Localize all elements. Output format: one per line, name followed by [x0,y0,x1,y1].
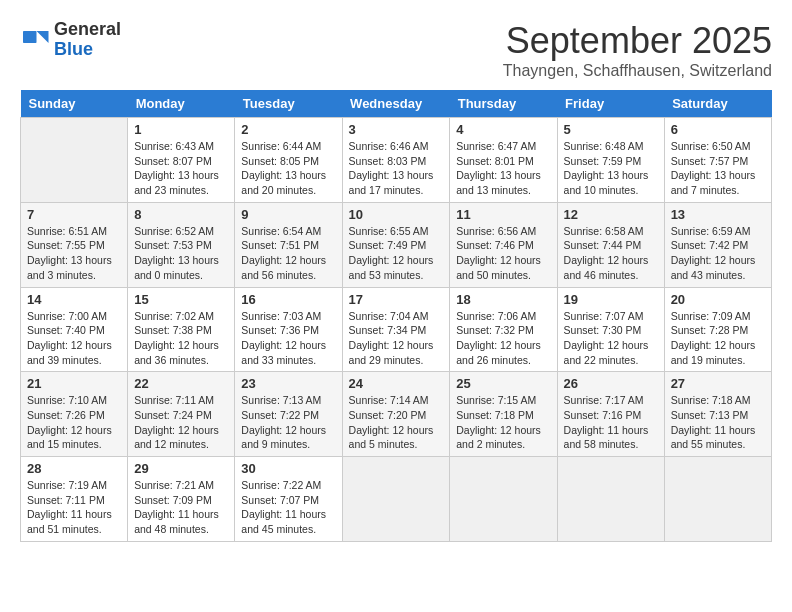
week-row-2: 14Sunrise: 7:00 AM Sunset: 7:40 PM Dayli… [21,287,772,372]
day-number: 11 [456,207,550,222]
day-number: 1 [134,122,228,137]
day-info: Sunrise: 7:03 AM Sunset: 7:36 PM Dayligh… [241,309,335,368]
day-cell: 16Sunrise: 7:03 AM Sunset: 7:36 PM Dayli… [235,287,342,372]
logo: General Blue [20,20,121,60]
day-cell [21,118,128,203]
day-info: Sunrise: 6:58 AM Sunset: 7:44 PM Dayligh… [564,224,658,283]
day-number: 3 [349,122,444,137]
header-cell-monday: Monday [128,90,235,118]
day-number: 6 [671,122,765,137]
logo-blue: Blue [54,39,93,59]
day-cell: 2Sunrise: 6:44 AM Sunset: 8:05 PM Daylig… [235,118,342,203]
day-cell: 19Sunrise: 7:07 AM Sunset: 7:30 PM Dayli… [557,287,664,372]
day-cell: 29Sunrise: 7:21 AM Sunset: 7:09 PM Dayli… [128,457,235,542]
day-cell: 4Sunrise: 6:47 AM Sunset: 8:01 PM Daylig… [450,118,557,203]
day-info: Sunrise: 7:13 AM Sunset: 7:22 PM Dayligh… [241,393,335,452]
header-row: SundayMondayTuesdayWednesdayThursdayFrid… [21,90,772,118]
day-number: 2 [241,122,335,137]
day-info: Sunrise: 6:47 AM Sunset: 8:01 PM Dayligh… [456,139,550,198]
day-cell: 6Sunrise: 6:50 AM Sunset: 7:57 PM Daylig… [664,118,771,203]
day-cell [450,457,557,542]
day-cell: 9Sunrise: 6:54 AM Sunset: 7:51 PM Daylig… [235,202,342,287]
day-info: Sunrise: 7:09 AM Sunset: 7:28 PM Dayligh… [671,309,765,368]
week-row-1: 7Sunrise: 6:51 AM Sunset: 7:55 PM Daylig… [21,202,772,287]
day-number: 15 [134,292,228,307]
day-info: Sunrise: 6:52 AM Sunset: 7:53 PM Dayligh… [134,224,228,283]
day-info: Sunrise: 7:06 AM Sunset: 7:32 PM Dayligh… [456,309,550,368]
day-info: Sunrise: 7:21 AM Sunset: 7:09 PM Dayligh… [134,478,228,537]
day-number: 5 [564,122,658,137]
header-cell-saturday: Saturday [664,90,771,118]
day-number: 24 [349,376,444,391]
day-cell: 13Sunrise: 6:59 AM Sunset: 7:42 PM Dayli… [664,202,771,287]
logo-general: General [54,19,121,39]
day-info: Sunrise: 7:07 AM Sunset: 7:30 PM Dayligh… [564,309,658,368]
day-cell: 17Sunrise: 7:04 AM Sunset: 7:34 PM Dayli… [342,287,450,372]
day-cell: 11Sunrise: 6:56 AM Sunset: 7:46 PM Dayli… [450,202,557,287]
day-number: 26 [564,376,658,391]
week-row-0: 1Sunrise: 6:43 AM Sunset: 8:07 PM Daylig… [21,118,772,203]
day-number: 25 [456,376,550,391]
day-info: Sunrise: 6:56 AM Sunset: 7:46 PM Dayligh… [456,224,550,283]
day-number: 13 [671,207,765,222]
day-cell: 12Sunrise: 6:58 AM Sunset: 7:44 PM Dayli… [557,202,664,287]
day-cell: 30Sunrise: 7:22 AM Sunset: 7:07 PM Dayli… [235,457,342,542]
day-number: 23 [241,376,335,391]
day-number: 22 [134,376,228,391]
day-info: Sunrise: 7:10 AM Sunset: 7:26 PM Dayligh… [27,393,121,452]
day-info: Sunrise: 7:19 AM Sunset: 7:11 PM Dayligh… [27,478,121,537]
day-number: 21 [27,376,121,391]
day-info: Sunrise: 6:43 AM Sunset: 8:07 PM Dayligh… [134,139,228,198]
header-cell-thursday: Thursday [450,90,557,118]
day-cell: 26Sunrise: 7:17 AM Sunset: 7:16 PM Dayli… [557,372,664,457]
day-info: Sunrise: 7:04 AM Sunset: 7:34 PM Dayligh… [349,309,444,368]
day-number: 4 [456,122,550,137]
day-info: Sunrise: 7:11 AM Sunset: 7:24 PM Dayligh… [134,393,228,452]
calendar-table: SundayMondayTuesdayWednesdayThursdayFrid… [20,90,772,542]
day-cell: 21Sunrise: 7:10 AM Sunset: 7:26 PM Dayli… [21,372,128,457]
day-info: Sunrise: 6:55 AM Sunset: 7:49 PM Dayligh… [349,224,444,283]
day-info: Sunrise: 7:15 AM Sunset: 7:18 PM Dayligh… [456,393,550,452]
day-info: Sunrise: 6:46 AM Sunset: 8:03 PM Dayligh… [349,139,444,198]
svg-rect-1 [23,31,37,43]
day-cell: 3Sunrise: 6:46 AM Sunset: 8:03 PM Daylig… [342,118,450,203]
day-number: 9 [241,207,335,222]
day-number: 10 [349,207,444,222]
day-number: 17 [349,292,444,307]
day-cell [557,457,664,542]
location: Thayngen, Schaffhausen, Switzerland [503,62,772,80]
day-number: 14 [27,292,121,307]
header-cell-wednesday: Wednesday [342,90,450,118]
day-cell: 18Sunrise: 7:06 AM Sunset: 7:32 PM Dayli… [450,287,557,372]
week-row-3: 21Sunrise: 7:10 AM Sunset: 7:26 PM Dayli… [21,372,772,457]
day-info: Sunrise: 6:50 AM Sunset: 7:57 PM Dayligh… [671,139,765,198]
day-info: Sunrise: 7:02 AM Sunset: 7:38 PM Dayligh… [134,309,228,368]
week-row-4: 28Sunrise: 7:19 AM Sunset: 7:11 PM Dayli… [21,457,772,542]
day-info: Sunrise: 7:18 AM Sunset: 7:13 PM Dayligh… [671,393,765,452]
day-number: 29 [134,461,228,476]
day-cell: 10Sunrise: 6:55 AM Sunset: 7:49 PM Dayli… [342,202,450,287]
day-cell: 8Sunrise: 6:52 AM Sunset: 7:53 PM Daylig… [128,202,235,287]
day-cell: 28Sunrise: 7:19 AM Sunset: 7:11 PM Dayli… [21,457,128,542]
day-cell: 27Sunrise: 7:18 AM Sunset: 7:13 PM Dayli… [664,372,771,457]
day-info: Sunrise: 7:17 AM Sunset: 7:16 PM Dayligh… [564,393,658,452]
day-info: Sunrise: 6:54 AM Sunset: 7:51 PM Dayligh… [241,224,335,283]
day-number: 12 [564,207,658,222]
header-cell-sunday: Sunday [21,90,128,118]
day-number: 16 [241,292,335,307]
page-header: General Blue September 2025 Thayngen, Sc… [20,20,772,80]
day-cell: 5Sunrise: 6:48 AM Sunset: 7:59 PM Daylig… [557,118,664,203]
day-cell [342,457,450,542]
month-title: September 2025 [503,20,772,62]
day-cell: 24Sunrise: 7:14 AM Sunset: 7:20 PM Dayli… [342,372,450,457]
day-cell: 14Sunrise: 7:00 AM Sunset: 7:40 PM Dayli… [21,287,128,372]
day-number: 20 [671,292,765,307]
day-cell [664,457,771,542]
title-block: September 2025 Thayngen, Schaffhausen, S… [503,20,772,80]
day-cell: 25Sunrise: 7:15 AM Sunset: 7:18 PM Dayli… [450,372,557,457]
day-cell: 23Sunrise: 7:13 AM Sunset: 7:22 PM Dayli… [235,372,342,457]
day-info: Sunrise: 7:00 AM Sunset: 7:40 PM Dayligh… [27,309,121,368]
day-cell: 20Sunrise: 7:09 AM Sunset: 7:28 PM Dayli… [664,287,771,372]
logo-icon [20,25,50,55]
day-info: Sunrise: 6:48 AM Sunset: 7:59 PM Dayligh… [564,139,658,198]
